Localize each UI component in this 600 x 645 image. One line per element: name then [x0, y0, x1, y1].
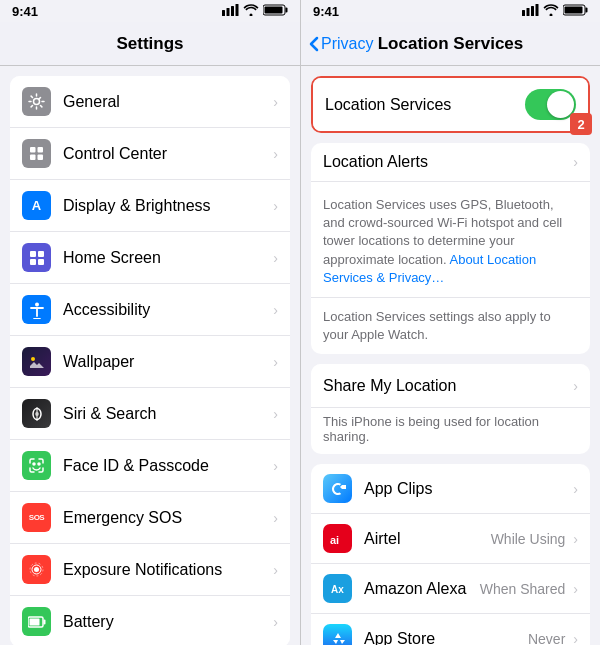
svg-rect-0 — [222, 10, 225, 16]
svg-point-23 — [34, 567, 39, 572]
location-alerts-chevron: › — [573, 154, 578, 170]
app-row-airtel[interactable]: ai Airtel While Using › — [311, 514, 590, 564]
sidebar-item-exposure[interactable]: Exposure Notifications › — [10, 544, 290, 596]
face-id-icon — [22, 451, 51, 480]
location-services-label: Location Services — [325, 96, 525, 114]
battery-label: Battery — [63, 613, 269, 631]
exposure-chevron: › — [273, 562, 278, 578]
svg-rect-9 — [38, 147, 44, 153]
right-status-icons — [522, 4, 588, 18]
svg-point-21 — [33, 463, 35, 465]
svg-point-16 — [35, 302, 39, 306]
emergency-sos-label: Emergency SOS — [63, 509, 269, 527]
right-battery-icon — [563, 4, 588, 18]
left-settings-list: General › Control Center › A Display & B… — [0, 66, 300, 645]
svg-rect-36 — [586, 8, 588, 13]
app-row-amazon-alexa[interactable]: Ax Amazon Alexa When Shared › — [311, 564, 590, 614]
svg-rect-33 — [531, 6, 534, 16]
app-row-app-clips[interactable]: App Clips › — [311, 464, 590, 514]
right-signal-icon — [522, 4, 539, 18]
share-my-location-chevron: › — [573, 378, 578, 394]
svg-rect-3 — [236, 4, 239, 16]
general-label: General — [63, 93, 269, 111]
svg-text:ai: ai — [330, 534, 339, 546]
sidebar-item-general[interactable]: General › — [10, 76, 290, 128]
share-my-location-label: Share My Location — [323, 377, 569, 395]
sidebar-item-emergency-sos[interactable]: SOS Emergency SOS › — [10, 492, 290, 544]
svg-rect-2 — [231, 6, 234, 16]
location-services-wrapper: Location Services 2 — [311, 76, 590, 133]
sidebar-item-display-brightness[interactable]: A Display & Brightness › — [10, 180, 290, 232]
home-screen-label: Home Screen — [63, 249, 269, 267]
location-info-text-row: Location Services uses GPS, Bluetooth, a… — [311, 182, 590, 298]
svg-rect-14 — [30, 259, 36, 265]
home-screen-chevron: › — [273, 250, 278, 266]
wallpaper-chevron: › — [273, 354, 278, 370]
svg-rect-28 — [29, 618, 39, 625]
svg-point-22 — [38, 463, 40, 465]
battery-row-icon — [22, 607, 51, 636]
svg-rect-15 — [38, 259, 44, 265]
alexa-value: When Shared — [480, 581, 566, 597]
location-alerts-row[interactable]: Location Alerts › — [311, 143, 590, 182]
airtel-chevron: › — [573, 531, 578, 547]
right-time: 9:41 — [313, 4, 339, 19]
control-center-icon — [22, 139, 51, 168]
app-row-app-store[interactable]: App Store Never › — [311, 614, 590, 645]
display-brightness-icon: A — [22, 191, 51, 220]
accessibility-icon — [22, 295, 51, 324]
signal-icon — [222, 4, 239, 18]
app-clips-chevron: › — [573, 481, 578, 497]
svg-rect-11 — [38, 155, 44, 161]
home-screen-icon — [22, 243, 51, 272]
sidebar-item-battery[interactable]: Battery › — [10, 596, 290, 645]
svg-rect-10 — [30, 155, 36, 161]
left-time: 9:41 — [12, 4, 38, 19]
sidebar-item-siri-search[interactable]: Siri & Search › — [10, 388, 290, 440]
svg-rect-32 — [527, 8, 530, 16]
app-store-chevron: › — [573, 631, 578, 645]
location-alerts-title: Location Alerts — [323, 153, 428, 171]
right-content: Location Services 2 Location Alerts › Lo… — [301, 66, 600, 645]
wallpaper-label: Wallpaper — [63, 353, 269, 371]
back-label: Privacy — [321, 35, 373, 53]
svg-rect-12 — [30, 251, 36, 257]
svg-rect-27 — [43, 619, 45, 624]
siri-icon — [22, 399, 51, 428]
share-my-location-row[interactable]: Share My Location › — [311, 364, 590, 408]
sidebar-item-face-id[interactable]: Face ID & Passcode › — [10, 440, 290, 492]
watch-info-text: Location Services settings also apply to… — [323, 308, 578, 344]
svg-rect-31 — [522, 10, 525, 16]
location-services-toggle[interactable] — [525, 89, 576, 120]
alexa-name: Amazon Alexa — [364, 580, 480, 598]
left-status-icons — [222, 4, 288, 18]
app-store-name: App Store — [364, 630, 528, 645]
location-services-section: Location Services — [311, 76, 590, 133]
left-nav-bar: Settings — [0, 22, 300, 66]
wallpaper-icon — [22, 347, 51, 376]
sidebar-item-accessibility[interactable]: Accessibility › — [10, 284, 290, 336]
svg-rect-37 — [565, 7, 583, 14]
app-clips-icon — [323, 474, 352, 503]
svg-rect-8 — [30, 147, 36, 153]
location-info-text: Location Services uses GPS, Bluetooth, a… — [323, 196, 578, 287]
svg-point-20 — [35, 412, 39, 416]
share-subtext: This iPhone is being used for location s… — [311, 408, 590, 454]
exposure-icon — [22, 555, 51, 584]
control-center-label: Control Center — [63, 145, 269, 163]
face-id-chevron: › — [273, 458, 278, 474]
app-location-list: App Clips › ai Airtel While Using › Ax A… — [311, 464, 590, 645]
left-panel: 9:41 Settings General › — [0, 0, 300, 645]
watch-text-row: Location Services settings also apply to… — [311, 298, 590, 354]
app-clips-name: App Clips — [364, 480, 565, 498]
back-button[interactable]: Privacy — [309, 35, 373, 53]
emergency-sos-chevron: › — [273, 510, 278, 526]
right-nav-title: Location Services — [378, 34, 524, 54]
sidebar-item-control-center[interactable]: Control Center › — [10, 128, 290, 180]
display-brightness-chevron: › — [273, 198, 278, 214]
airtel-value: While Using — [491, 531, 566, 547]
wifi-icon — [243, 4, 259, 18]
sidebar-item-wallpaper[interactable]: Wallpaper › — [10, 336, 290, 388]
sidebar-item-home-screen[interactable]: Home Screen › — [10, 232, 290, 284]
right-nav-bar: Privacy Location Services — [301, 22, 600, 66]
